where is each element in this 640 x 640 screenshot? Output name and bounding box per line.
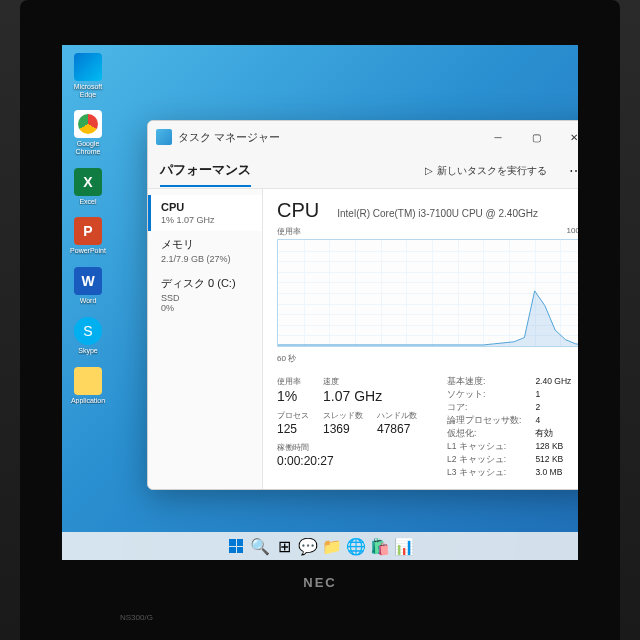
detail-label: L3 キャッシュ: [447, 467, 521, 479]
cpu-model: Intel(R) Core(TM) i3-7100U CPU @ 2.40GHz [337, 208, 538, 219]
chat-icon[interactable]: 💬 [298, 536, 318, 556]
maximize-button[interactable]: ▢ [517, 123, 555, 151]
uptime-value: 0:00:20:27 [277, 454, 417, 468]
minimize-button[interactable]: ─ [479, 123, 517, 151]
detail-label: 論理プロセッサ数: [447, 415, 521, 427]
secondary-stat: ハンドル数47867 [377, 410, 417, 436]
desktop-icon[interactable]: WWord [68, 267, 108, 305]
uptime-label: 稼働時間 [277, 442, 417, 453]
run-new-task-button[interactable]: ▷ 新しいタスクを実行する [419, 161, 553, 181]
edge-taskbar-icon[interactable]: 🌐 [346, 536, 366, 556]
chart-label-timespan: 60 秒 [277, 353, 296, 364]
detail-value: 有効 [535, 428, 571, 440]
word-icon: W [74, 267, 102, 295]
explorer-icon[interactable]: 📁 [322, 536, 342, 556]
detail-label: L2 キャッシュ: [447, 454, 521, 466]
primary-stat: 使用率1% [277, 376, 301, 404]
store-icon[interactable]: 🛍️ [370, 536, 390, 556]
skype-icon: S [74, 317, 102, 345]
detail-value: 1 [535, 389, 571, 401]
desktop-icon[interactable]: Microsoft Edge [68, 53, 108, 98]
folder-icon [74, 367, 102, 395]
detail-value: 3.0 MB [535, 467, 571, 479]
detail-value: 4 [535, 415, 571, 427]
detail-value: 2.40 GHz [535, 376, 571, 388]
start-button[interactable] [226, 536, 246, 556]
app-icon [156, 129, 172, 145]
desktop-icon[interactable]: PPowerPoint [68, 217, 108, 255]
panel-title: CPU [277, 199, 319, 222]
laptop-brand: NEC [303, 575, 336, 590]
desktop-icon[interactable]: Application [68, 367, 108, 405]
primary-stat: 速度1.07 GHz [323, 376, 382, 404]
search-icon[interactable]: 🔍 [250, 536, 270, 556]
titlebar[interactable]: タスク マネージャー ─ ▢ ✕ [148, 121, 578, 153]
cpu-usage-chart[interactable] [277, 239, 578, 347]
secondary-stat: プロセス125 [277, 410, 309, 436]
desktop-icon[interactable]: XExcel [68, 168, 108, 206]
task-manager-taskbar-icon[interactable]: 📊 [394, 536, 414, 556]
desktop-icons: Microsoft EdgeGoogle ChromeXExcelPPowerP… [68, 53, 108, 404]
sidebar: CPU1% 1.07 GHzメモリ2.1/7.9 GB (27%)ディスク 0 … [148, 189, 263, 489]
sidebar-item-cpu[interactable]: CPU1% 1.07 GHz [148, 195, 262, 231]
detail-label: 基本速度: [447, 376, 521, 388]
detail-label: ソケット: [447, 389, 521, 401]
detail-value: 512 KB [535, 454, 571, 466]
excel-icon: X [74, 168, 102, 196]
window-title: タスク マネージャー [178, 130, 479, 145]
detail-label: 仮想化: [447, 428, 521, 440]
ppt-icon: P [74, 217, 102, 245]
edge-icon [74, 53, 102, 81]
toolbar: パフォーマンス ▷ 新しいタスクを実行する ⋯ [148, 153, 578, 189]
chart-label-max: 100% [567, 226, 578, 237]
task-view-icon[interactable]: ⊞ [274, 536, 294, 556]
secondary-stat: スレッド数1369 [323, 410, 363, 436]
detail-value: 128 KB [535, 441, 571, 453]
run-icon: ▷ [425, 165, 433, 176]
sidebar-item-0c[interactable]: ディスク 0 (C:)SSD 0% [148, 270, 262, 319]
desktop-icon[interactable]: SSkype [68, 317, 108, 355]
close-button[interactable]: ✕ [555, 123, 578, 151]
desktop-icon[interactable]: Google Chrome [68, 110, 108, 155]
tab-performance[interactable]: パフォーマンス [160, 155, 251, 187]
more-options-button[interactable]: ⋯ [563, 161, 578, 181]
sidebar-item-[interactable]: メモリ2.1/7.9 GB (27%) [148, 231, 262, 270]
main-panel: CPU Intel(R) Core(TM) i3-7100U CPU @ 2.4… [263, 189, 578, 489]
detail-label: L1 キャッシュ: [447, 441, 521, 453]
desktop-screen: Microsoft EdgeGoogle ChromeXExcelPPowerP… [62, 45, 578, 560]
chrome-icon [74, 110, 102, 138]
detail-label: コア: [447, 402, 521, 414]
chart-label-usage: 使用率 [277, 226, 301, 237]
laptop-model: NS300/G [120, 613, 153, 622]
taskbar[interactable]: 🔍 ⊞ 💬 📁 🌐 🛍️ 📊 [62, 532, 578, 560]
detail-value: 2 [535, 402, 571, 414]
task-manager-window: タスク マネージャー ─ ▢ ✕ パフォーマンス ▷ 新しいタスクを実行する [147, 120, 578, 490]
